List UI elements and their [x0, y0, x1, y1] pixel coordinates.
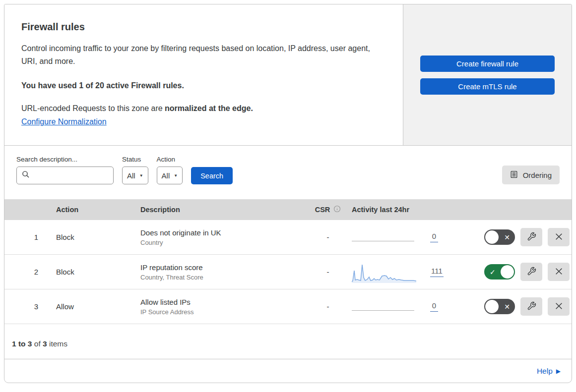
edit-rule-button[interactable] — [520, 228, 542, 246]
activity-sparkline — [352, 296, 416, 318]
enable-toggle[interactable]: ✕ — [484, 229, 515, 245]
items-of: of — [32, 339, 43, 348]
toggle-state-icon: ✓ — [490, 269, 496, 276]
rule-description-cell: Does not originate in UK Country — [140, 228, 304, 246]
items-word: items — [47, 339, 67, 348]
header-description: Description — [140, 206, 304, 214]
action-dropdown[interactable]: All ▼ — [157, 167, 183, 184]
ordering-label: Ordering — [523, 171, 552, 179]
rule-controls: ✕ — [476, 228, 572, 246]
ordering-button[interactable]: Ordering — [502, 166, 560, 184]
toggle-state-icon: ✕ — [504, 303, 510, 310]
normalization-bold: normalized at the edge. — [165, 104, 253, 112]
wrench-icon — [527, 232, 536, 243]
page: Firewall rules Control incoming traffic … — [0, 0, 576, 387]
search-box[interactable] — [16, 167, 114, 184]
rule-activity-cell: 0 — [352, 296, 476, 318]
search-filter: Search description... — [16, 156, 114, 184]
header-action: Action — [56, 206, 140, 214]
search-label: Search description... — [16, 156, 114, 163]
rule-description-cell: IP reputation score Country, Threat Scor… — [140, 263, 304, 281]
status-filter: Status All ▼ — [122, 156, 148, 184]
table-row: 1 Block Does not originate in UK Country… — [4, 220, 572, 255]
rule-csr: - — [327, 302, 329, 311]
actions-panel: Create firewall rule Create mTLS rule — [403, 4, 572, 145]
search-button[interactable]: Search — [191, 167, 233, 184]
rule-criteria: IP Source Address — [140, 308, 304, 316]
activity-sparkline — [352, 261, 416, 283]
header-csr: CSR — [315, 205, 341, 214]
close-icon — [555, 267, 563, 277]
toggle-state-icon: ✕ — [504, 234, 510, 241]
enable-toggle[interactable]: ✕ — [484, 299, 515, 314]
items-count: 1 to 3 of 3 items — [4, 324, 572, 359]
rule-action: Block — [56, 233, 140, 241]
edit-rule-button[interactable] — [520, 297, 542, 316]
delete-rule-button[interactable] — [548, 228, 570, 246]
create-mtls-rule-button[interactable]: Create mTLS rule — [420, 78, 555, 95]
toggle-knob — [501, 265, 514, 279]
normalization-text: URL-encoded Requests to this zone are no… — [21, 104, 383, 113]
activity-count-link[interactable]: 0 — [430, 232, 438, 242]
rule-activity-cell: 111 — [352, 261, 476, 283]
action-label: Action — [157, 156, 183, 163]
status-label: Status — [122, 156, 148, 163]
wrench-icon — [527, 301, 536, 312]
rule-csr: - — [327, 233, 329, 241]
header-text-panel: Firewall rules Control incoming traffic … — [4, 4, 403, 145]
rules-table: Action Description CSR Activity last 24h… — [4, 199, 572, 324]
items-total: 3 — [43, 339, 47, 348]
page-title: Firewall rules — [21, 21, 383, 33]
search-input[interactable] — [33, 171, 108, 180]
table-row: 2 Block IP reputation score Country, Thr… — [4, 255, 572, 289]
csr-info-icon[interactable] — [333, 205, 341, 214]
rule-criteria: Country — [140, 239, 304, 246]
action-value: All — [162, 171, 170, 180]
activity-count-link[interactable]: 0 — [430, 301, 438, 312]
rule-priority: 1 — [34, 233, 38, 241]
chevron-down-icon: ▼ — [174, 173, 178, 178]
firewall-rules-card: Firewall rules Control incoming traffic … — [4, 4, 572, 383]
status-dropdown[interactable]: All ▼ — [122, 167, 148, 184]
header-csr-label: CSR — [315, 206, 330, 214]
edit-rule-button[interactable] — [520, 263, 542, 281]
rule-csr: - — [327, 268, 329, 276]
delete-rule-button[interactable] — [548, 297, 570, 316]
rule-priority: 2 — [34, 268, 38, 276]
rule-description: IP reputation score — [140, 263, 304, 272]
activity-count-link[interactable]: 111 — [430, 267, 444, 277]
wrench-icon — [527, 267, 536, 278]
help-bar: Help ▶ — [4, 359, 572, 383]
ordering-list-icon — [510, 170, 518, 180]
rule-description: Does not originate in UK — [140, 228, 304, 237]
rule-priority: 3 — [34, 302, 38, 311]
rule-description-cell: Allow listed IPs IP Source Address — [140, 298, 304, 316]
header-section: Firewall rules Control incoming traffic … — [4, 4, 572, 146]
search-icon — [22, 170, 30, 180]
rule-activity-cell: 0 — [352, 226, 476, 248]
header-activity: Activity last 24hr — [352, 206, 476, 214]
create-firewall-rule-button[interactable]: Create firewall rule — [420, 56, 555, 72]
enable-toggle[interactable]: ✓ — [484, 264, 515, 280]
table-body: 1 Block Does not originate in UK Country… — [4, 220, 572, 324]
rule-action: Allow — [56, 302, 140, 311]
rule-description: Allow listed IPs — [140, 298, 304, 306]
configure-normalization-link[interactable]: Configure Normalization — [21, 117, 107, 126]
status-value: All — [127, 171, 135, 180]
usage-summary: You have used 1 of 20 active Firewall ru… — [21, 81, 383, 90]
action-filter: Action All ▼ — [157, 156, 183, 184]
rule-criteria: Country, Threat Score — [140, 274, 304, 281]
help-label: Help — [537, 367, 553, 376]
rule-controls: ✓ — [476, 263, 572, 281]
close-icon — [555, 232, 563, 242]
activity-sparkline — [352, 226, 416, 248]
delete-rule-button[interactable] — [548, 263, 570, 281]
table-row: 3 Allow Allow listed IPs IP Source Addre… — [4, 289, 572, 324]
page-description: Control incoming traffic to your zone by… — [21, 42, 380, 68]
items-range: 1 to 3 — [12, 339, 32, 348]
table-header-row: Action Description CSR Activity last 24h… — [4, 199, 572, 220]
help-link[interactable]: Help ▶ — [537, 367, 561, 376]
rule-controls: ✕ — [476, 297, 572, 316]
chevron-down-icon: ▼ — [139, 173, 143, 178]
rule-action: Block — [56, 268, 140, 276]
